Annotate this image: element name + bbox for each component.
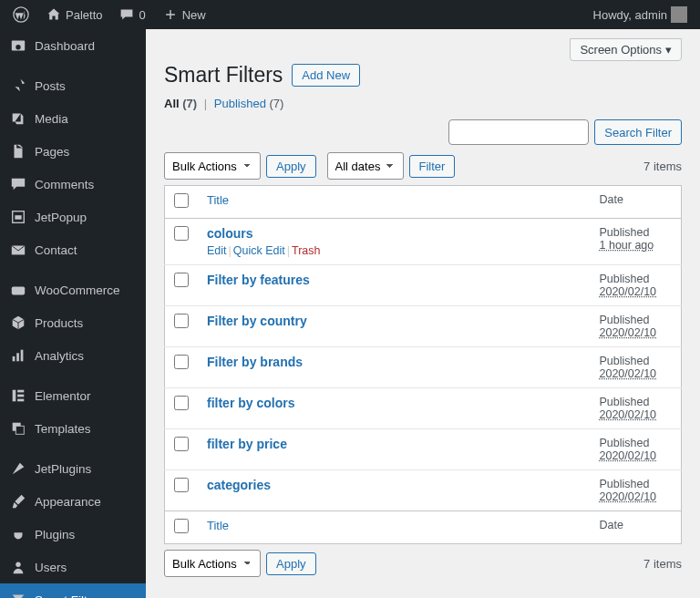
jet-icon — [9, 459, 27, 478]
select-all-top[interactable] — [174, 193, 189, 208]
sidebar-item-woocommerce[interactable]: WooCommerce — [0, 273, 146, 306]
svg-rect-16 — [15, 426, 24, 434]
select-all-bottom[interactable] — [174, 519, 189, 533]
sidebar-item-label: Dashboard — [35, 39, 95, 53]
media-icon — [9, 109, 27, 128]
filters-table: Title Date coloursEdit|Quick Edit|TrashP… — [164, 185, 682, 544]
search-input[interactable] — [448, 119, 589, 145]
sidebar-item-products[interactable]: Products — [0, 306, 146, 339]
svg-rect-11 — [13, 390, 16, 402]
dashboard-icon — [9, 36, 27, 55]
col-date-footer[interactable]: Date — [591, 511, 682, 544]
filter-all[interactable]: All (7) — [164, 97, 197, 110]
date-filter-select[interactable]: All dates — [327, 152, 404, 180]
sidebar-item-label: Media — [35, 112, 68, 126]
svg-rect-10 — [21, 350, 24, 362]
sidebar-item-label: Plugins — [35, 528, 75, 541]
row-status: Published — [600, 273, 650, 285]
table-row: Filter by featuresPublished2020/02/10 — [165, 265, 682, 306]
sidebar-item-comments[interactable]: Comments — [0, 168, 146, 201]
sidebar-item-label: Pages — [35, 145, 69, 159]
sidebar-item-label: Comments — [35, 178, 94, 191]
row-checkbox[interactable] — [174, 437, 189, 451]
row-checkbox[interactable] — [174, 396, 189, 410]
row-title[interactable]: Filter by features — [207, 273, 310, 287]
sidebar-item-label: Templates — [35, 422, 91, 436]
sidebar-item-smart-filters[interactable]: Smart Filters — [0, 583, 146, 598]
sidebar-item-label: WooCommerce — [35, 284, 120, 297]
sidebar-item-label: JetPopup — [35, 211, 87, 224]
sidebar-item-label: Contact — [35, 243, 77, 257]
col-date-header[interactable]: Date — [591, 186, 682, 219]
col-title-footer[interactable]: Title — [198, 511, 591, 544]
sidebar-item-appearance[interactable]: Appearance — [0, 485, 146, 518]
row-title[interactable]: Filter by country — [207, 314, 307, 328]
sidebar-item-jetpopup[interactable]: JetPopup — [0, 201, 146, 233]
sidebar-item-analytics[interactable]: Analytics — [0, 339, 146, 372]
status-filter: All (7) | Published (7) — [164, 97, 682, 110]
plug-icon — [9, 525, 27, 543]
site-link[interactable]: Paletto — [40, 6, 108, 23]
row-title[interactable]: colours — [207, 226, 253, 241]
search-button[interactable]: Search Filter — [594, 119, 682, 145]
screen-options-toggle[interactable]: Screen Options▾ — [570, 38, 682, 61]
row-title[interactable]: filter by colors — [207, 396, 294, 410]
table-row: categoriesPublished2020/02/10 — [165, 470, 682, 511]
cube-icon — [9, 314, 27, 332]
page-title: Smart Filters — [164, 63, 283, 88]
bulk-apply-button-bottom[interactable]: Apply — [266, 552, 316, 575]
sidebar-item-posts[interactable]: Posts — [0, 69, 146, 102]
row-date: 2020/02/10 — [600, 408, 657, 421]
layers-icon — [9, 419, 27, 438]
items-count-bottom: 7 items — [643, 557, 682, 571]
filter-button[interactable]: Filter — [409, 155, 456, 178]
admin-sidebar: DashboardPostsMediaPagesCommentsJetPopup… — [0, 29, 146, 598]
filter-published[interactable]: Published (7) — [214, 97, 284, 110]
row-date: 2020/02/10 — [600, 490, 657, 503]
row-checkbox[interactable] — [174, 273, 189, 287]
svg-point-17 — [15, 562, 20, 567]
howdy-user[interactable]: Howdy, admin — [588, 6, 693, 23]
sidebar-item-elementor[interactable]: Elementor — [0, 379, 146, 412]
quick-edit-link[interactable]: Quick Edit — [233, 244, 285, 257]
table-row: Filter by brandsPublished2020/02/10 — [165, 347, 682, 388]
row-checkbox[interactable] — [174, 226, 189, 241]
sidebar-item-media[interactable]: Media — [0, 102, 146, 135]
row-title[interactable]: filter by price — [207, 437, 287, 451]
bulk-actions-select[interactable]: Bulk Actions — [164, 152, 261, 180]
row-title[interactable]: categories — [207, 478, 271, 492]
wp-logo[interactable] — [7, 6, 35, 23]
row-date: 2020/02/10 — [600, 326, 657, 339]
sidebar-item-contact[interactable]: Contact — [0, 233, 146, 266]
row-title[interactable]: Filter by brands — [207, 355, 303, 369]
comments-link[interactable]: 0 — [113, 6, 150, 23]
row-status: Published — [600, 226, 650, 239]
trash-link[interactable]: Trash — [292, 244, 321, 257]
home-icon — [46, 6, 62, 23]
row-status: Published — [600, 478, 650, 490]
col-title-header[interactable]: Title — [198, 186, 591, 219]
comment-icon — [118, 6, 135, 23]
new-link[interactable]: New — [157, 6, 211, 23]
sidebar-item-dashboard[interactable]: Dashboard — [0, 29, 146, 62]
sidebar-item-pages[interactable]: Pages — [0, 135, 146, 168]
user-icon — [9, 558, 27, 576]
sidebar-item-jetplugins[interactable]: JetPlugins — [0, 452, 146, 485]
sidebar-item-label: Products — [35, 316, 83, 330]
edit-link[interactable]: Edit — [207, 244, 227, 257]
sidebar-item-templates[interactable]: Templates — [0, 412, 146, 445]
row-checkbox[interactable] — [174, 314, 189, 328]
row-checkbox[interactable] — [174, 355, 189, 369]
add-new-button[interactable]: Add New — [292, 64, 360, 87]
row-date: 2020/02/10 — [600, 367, 657, 380]
sidebar-item-plugins[interactable]: Plugins — [0, 518, 146, 551]
bars-icon — [9, 346, 27, 365]
bulk-apply-button[interactable]: Apply — [266, 155, 316, 178]
row-checkbox[interactable] — [174, 478, 189, 492]
row-status: Published — [600, 355, 650, 367]
sidebar-item-label: Appearance — [35, 495, 101, 509]
row-date: 1 hour ago — [600, 239, 654, 252]
sidebar-item-label: JetPlugins — [35, 462, 91, 476]
sidebar-item-users[interactable]: Users — [0, 551, 146, 583]
bulk-actions-select-bottom[interactable]: Bulk Actions — [164, 550, 261, 577]
